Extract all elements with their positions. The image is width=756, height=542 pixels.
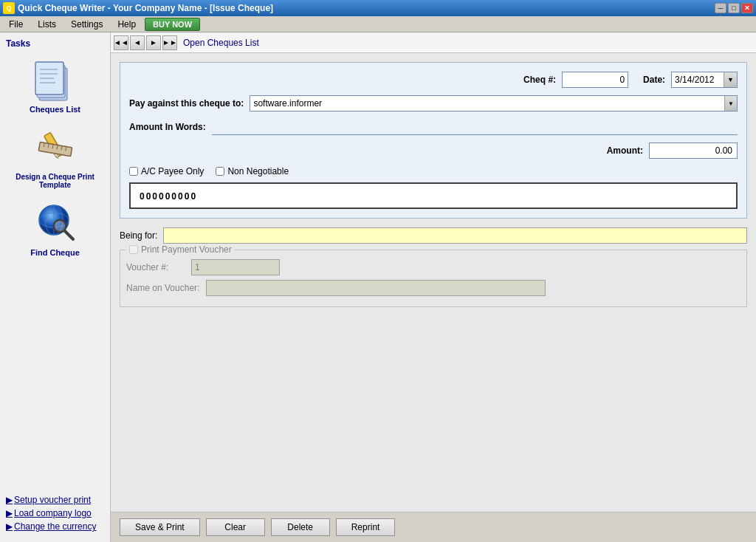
nav-last-button[interactable]: ►► [162,35,177,50]
minimize-button[interactable]: ─ [715,3,726,13]
nav-next-button[interactable]: ► [146,35,161,50]
svg-line-20 [64,230,73,239]
sidebar-links: ▶ Setup voucher print ▶ Load company log… [0,487,110,539]
nav-bar: ◄◄ ◄ ► ►► Open Cheques List [111,32,756,53]
pay-label: Pay against this cheque to: [129,98,244,109]
non-negotiable-checkbox[interactable] [216,167,224,176]
close-button[interactable]: ✕ [741,3,753,13]
form-area: Cheq #: Date: 3/14/2012 ▼ Pay against th… [111,53,756,512]
cheq-number-input[interactable] [562,72,628,88]
micr-bar: 000000000 [129,182,738,209]
cheq-label: Cheq #: [523,75,556,85]
menu-help[interactable]: Help [111,18,142,31]
non-negotiable-label: Non Negotiable [227,166,289,176]
pay-to-dropdown[interactable]: software.informer ▼ [250,95,738,112]
date-label: Date: [643,75,665,85]
date-value: 3/14/2012 [672,73,724,86]
nav-label: Open Cheques List [183,38,259,48]
save-print-button[interactable]: Save & Print [120,518,200,536]
voucher-section: Print Payment Voucher Voucher #: Name on… [120,250,747,307]
content-area: ◄◄ ◄ ► ►► Open Cheques List Cheq #: Date… [111,32,756,542]
restore-button[interactable]: □ [728,3,740,13]
print-voucher-label: Print Payment Voucher [141,244,232,255]
design-template-label: Design a Cheque Print Template [3,173,107,189]
main-layout: Tasks Cheques List [0,32,756,542]
app-icon: Q [3,2,15,14]
svg-rect-9 [38,142,72,156]
clear-button[interactable]: Clear [206,518,265,536]
menu-bar: File Lists Settings Help BUY NOW [0,16,756,32]
date-input-container: 3/14/2012 ▼ [671,72,738,88]
amount-label: Amount: [607,145,643,156]
find-cheque-label: Find Cheque [30,248,80,257]
pay-to-arrow[interactable]: ▼ [724,96,737,111]
sidebar: Tasks Cheques List [0,32,111,542]
voucher-num-row: Voucher #: [126,259,740,275]
voucher-header: Print Payment Voucher [126,244,235,255]
pay-to-row: Pay against this cheque to: software.inf… [129,95,738,112]
cheques-list-icon [33,58,78,102]
pay-to-value: software.informer [250,97,724,110]
action-buttons: Save & Print Clear Delete Reprint [111,512,756,542]
delete-button[interactable]: Delete [271,518,330,536]
menu-settings[interactable]: Settings [65,18,109,31]
voucher-name-input[interactable] [206,280,546,296]
voucher-num-input[interactable] [191,259,280,275]
design-template-icon [33,126,78,170]
window-title: Quick Cheque Writer - Your Company Name … [18,3,273,13]
being-for-label: Being for: [120,230,157,241]
sidebar-title: Tasks [0,35,110,52]
micr-number: 000000000 [140,191,197,202]
sidebar-item-cheques-list[interactable]: Cheques List [0,52,110,120]
amount-words-row: Amount In Words: [129,119,738,135]
print-voucher-checkbox[interactable] [129,245,138,254]
amount-words-label: Amount In Words: [129,122,206,132]
voucher-name-label: Name on Voucher: [126,283,200,293]
sidebar-item-design-template[interactable]: Design a Cheque Print Template [0,120,110,195]
amount-input[interactable] [649,143,738,159]
amount-words-input[interactable] [212,119,738,135]
buy-now-button[interactable]: BUY NOW [145,18,200,31]
cheq-date-row: Cheq #: Date: 3/14/2012 ▼ [129,72,738,88]
window-controls: ─ □ ✕ [715,3,753,13]
voucher-num-label: Voucher #: [126,262,185,272]
sidebar-item-find-cheque[interactable]: Find Cheque [0,195,110,263]
setup-voucher-link[interactable]: ▶ Setup voucher print [6,493,104,507]
cheque-form: Cheq #: Date: 3/14/2012 ▼ Pay against th… [120,62,747,219]
load-company-logo-link[interactable]: ▶ Load company logo [6,507,104,520]
being-for-input[interactable] [163,227,747,244]
menu-lists[interactable]: Lists [32,18,62,31]
ac-payee-checkbox[interactable] [129,167,138,176]
title-bar: Q Quick Cheque Writer - Your Company Nam… [0,0,756,16]
reprint-button[interactable]: Reprint [336,518,396,536]
ac-payee-item: A/C Payee Only [129,166,204,176]
amount-row: Amount: [129,143,738,159]
being-for-row: Being for: [120,227,747,244]
nav-first-button[interactable]: ◄◄ [114,35,128,50]
ac-payee-label: A/C Payee Only [141,166,204,176]
voucher-name-row: Name on Voucher: [126,280,740,296]
date-picker-button[interactable]: ▼ [724,72,737,87]
menu-file[interactable]: File [3,18,29,31]
nav-prev-button[interactable]: ◄ [130,35,145,50]
change-currency-link[interactable]: ▶ Change the currency [6,520,104,533]
svg-point-22 [55,221,65,231]
find-cheque-icon [33,201,78,245]
checkbox-row: A/C Payee Only Non Negotiable [129,166,738,176]
cheques-list-label: Cheques List [30,105,80,114]
non-negotiable-item: Non Negotiable [216,166,289,176]
